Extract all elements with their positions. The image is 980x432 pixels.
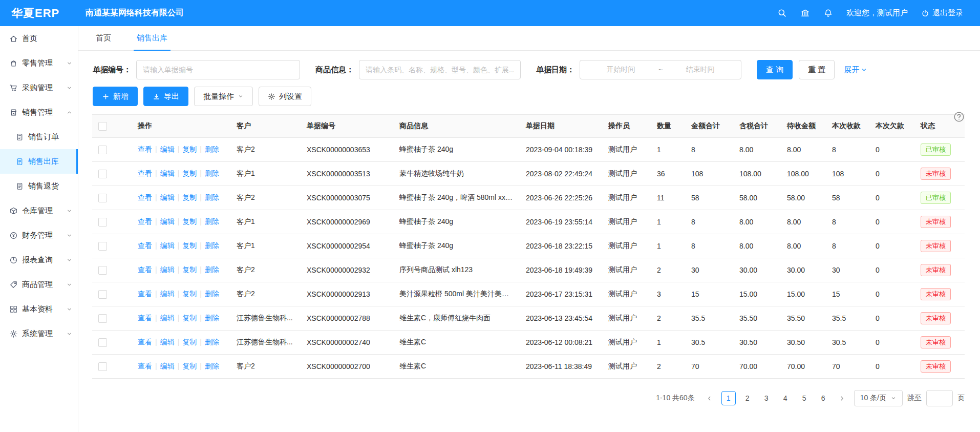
- bell-icon[interactable]: [823, 8, 833, 18]
- date-range-input[interactable]: 开始时间 ~ 结束时间: [580, 60, 741, 79]
- sidebar-item-sales-outbound[interactable]: 销售出库: [0, 149, 78, 174]
- tab-home[interactable]: 首页: [93, 26, 114, 50]
- col-header-amount: 金额合计: [685, 115, 733, 138]
- select-all-checkbox[interactable]: [98, 122, 107, 131]
- search-button[interactable]: 查 询: [757, 60, 793, 79]
- prev-page-button[interactable]: [702, 391, 717, 405]
- edit-link[interactable]: 编辑: [160, 362, 175, 370]
- view-link[interactable]: 查看: [138, 169, 152, 177]
- page-button-3[interactable]: 3: [759, 391, 774, 405]
- view-link[interactable]: 查看: [138, 314, 152, 322]
- cell-date: 2023-08-02 22:49:24: [520, 162, 602, 186]
- cell-received: 58: [826, 186, 869, 210]
- sidebar-item-warehouse[interactable]: 仓库管理: [0, 198, 78, 223]
- view-link[interactable]: 查看: [138, 290, 152, 298]
- view-link[interactable]: 查看: [138, 193, 152, 201]
- chevron-down-icon: [890, 395, 897, 401]
- delete-link[interactable]: 删除: [205, 290, 219, 298]
- row-checkbox[interactable]: [98, 314, 107, 323]
- jump-page-input[interactable]: [926, 390, 953, 406]
- edit-link[interactable]: 编辑: [160, 145, 175, 153]
- view-link[interactable]: 查看: [138, 338, 152, 346]
- row-checkbox[interactable]: [98, 170, 107, 178]
- copy-link[interactable]: 复制: [182, 217, 197, 225]
- sidebar-item-system[interactable]: 系统管理: [0, 321, 78, 346]
- sidebar-item-sales-return[interactable]: 销售退货: [0, 174, 78, 198]
- column-settings-button[interactable]: 列设置: [259, 87, 311, 106]
- delete-link[interactable]: 删除: [205, 314, 219, 322]
- delete-link[interactable]: 删除: [205, 169, 219, 177]
- chevron-down-icon: [66, 331, 73, 337]
- view-link[interactable]: 查看: [138, 217, 152, 225]
- edit-link[interactable]: 编辑: [160, 217, 175, 225]
- page-button-4[interactable]: 4: [778, 391, 793, 405]
- page-button-5[interactable]: 5: [797, 391, 812, 405]
- delete-link[interactable]: 删除: [205, 193, 219, 201]
- page-size-select[interactable]: 10 条/页: [854, 390, 903, 406]
- copy-link[interactable]: 复制: [182, 145, 197, 153]
- help-icon[interactable]: [953, 111, 965, 122]
- row-checkbox[interactable]: [98, 362, 107, 371]
- sidebar-item-sales[interactable]: 销售管理: [0, 100, 78, 125]
- delete-link[interactable]: 删除: [205, 241, 219, 250]
- view-link[interactable]: 查看: [138, 145, 152, 153]
- sidebar-item-product[interactable]: 商品管理: [0, 272, 78, 297]
- sidebar-item-retail[interactable]: 零售管理: [0, 51, 78, 75]
- sidebar-item-finance[interactable]: 财务管理: [0, 223, 78, 248]
- copy-link[interactable]: 复制: [182, 193, 197, 201]
- edit-link[interactable]: 编辑: [160, 290, 175, 298]
- delete-link[interactable]: 删除: [205, 145, 219, 153]
- page-button-2[interactable]: 2: [740, 391, 755, 405]
- logout-button[interactable]: 退出登录: [921, 8, 963, 18]
- view-link[interactable]: 查看: [138, 265, 152, 274]
- copy-link[interactable]: 复制: [182, 338, 197, 346]
- sidebar-item-home[interactable]: 首页: [0, 26, 78, 51]
- bank-icon[interactable]: [800, 8, 810, 18]
- batch-ops-button[interactable]: 批量操作: [194, 87, 253, 106]
- search-icon[interactable]: [777, 8, 787, 18]
- row-checkbox[interactable]: [98, 290, 107, 299]
- product-info-input[interactable]: [359, 60, 521, 79]
- edit-link[interactable]: 编辑: [160, 338, 175, 346]
- page-button-6[interactable]: 6: [816, 391, 830, 405]
- edit-link[interactable]: 编辑: [160, 314, 175, 322]
- chevron-down-icon: [66, 208, 73, 214]
- copy-link[interactable]: 复制: [182, 265, 197, 274]
- delete-link[interactable]: 删除: [205, 265, 219, 274]
- copy-link[interactable]: 复制: [182, 290, 197, 298]
- export-button[interactable]: 导出: [143, 87, 188, 106]
- copy-link[interactable]: 复制: [182, 362, 197, 370]
- edit-link[interactable]: 编辑: [160, 193, 175, 201]
- row-checkbox[interactable]: [98, 266, 107, 275]
- bill-no-input[interactable]: [136, 60, 300, 79]
- page-button-1[interactable]: 1: [721, 391, 736, 405]
- next-page-button[interactable]: [835, 391, 849, 405]
- add-button[interactable]: 新增: [93, 87, 138, 106]
- row-checkbox[interactable]: [98, 338, 107, 347]
- view-link[interactable]: 查看: [138, 362, 152, 370]
- edit-link[interactable]: 编辑: [160, 241, 175, 250]
- delete-link[interactable]: 删除: [205, 338, 219, 346]
- sidebar-item-report[interactable]: 报表查询: [0, 248, 78, 272]
- sidebar-item-purchase[interactable]: 采购管理: [0, 75, 78, 100]
- row-checkbox[interactable]: [98, 194, 107, 202]
- copy-link[interactable]: 复制: [182, 241, 197, 250]
- sidebar-item-sales-order[interactable]: 销售订单: [0, 125, 78, 149]
- welcome-user[interactable]: 欢迎您，测试用户: [846, 8, 908, 18]
- copy-link[interactable]: 复制: [182, 314, 197, 322]
- row-checkbox[interactable]: [98, 242, 107, 251]
- sidebar-item-basedata[interactable]: 基本资料: [0, 297, 78, 321]
- tab-sales-outbound[interactable]: 销售出库: [134, 26, 171, 50]
- toolbar-row: 新增 导出 批量操作 列设置: [78, 79, 980, 106]
- view-link[interactable]: 查看: [138, 241, 152, 250]
- delete-link[interactable]: 删除: [205, 217, 219, 225]
- row-checkbox[interactable]: [98, 218, 107, 227]
- expand-link[interactable]: 展开: [844, 65, 867, 75]
- row-checkbox[interactable]: [98, 146, 107, 154]
- copy-link[interactable]: 复制: [182, 169, 197, 177]
- sidebar-item-label: 零售管理: [22, 58, 66, 68]
- delete-link[interactable]: 删除: [205, 362, 219, 370]
- reset-button[interactable]: 重 置: [799, 60, 835, 79]
- edit-link[interactable]: 编辑: [160, 265, 175, 274]
- edit-link[interactable]: 编辑: [160, 169, 175, 177]
